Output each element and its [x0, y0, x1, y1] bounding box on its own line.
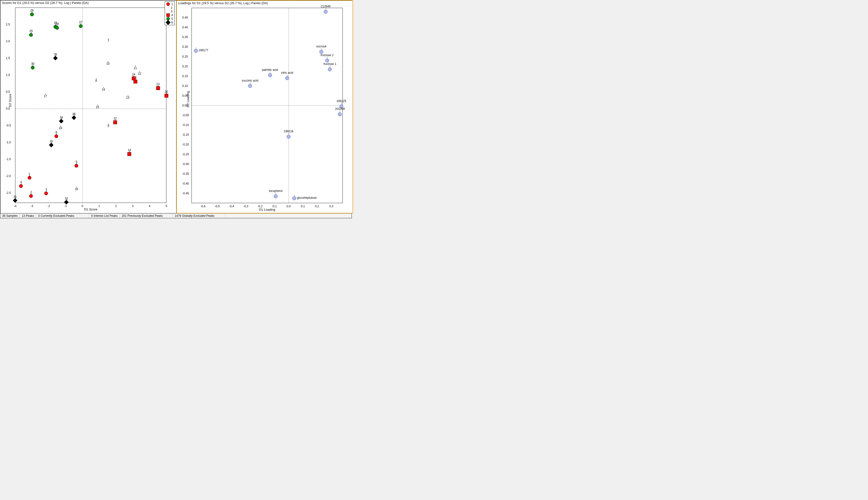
score-point-36[interactable]: 36	[72, 116, 75, 120]
score-point-33[interactable]: 33	[50, 143, 53, 147]
score-point-2[interactable]: 2	[29, 194, 33, 198]
loading-point-citric-acid[interactable]: citric acid	[285, 76, 289, 80]
loading-point-tocopherol[interactable]: tocopherol	[274, 194, 278, 198]
loading-point-fructose-2[interactable]: fructose 2	[325, 59, 329, 62]
score-point-1[interactable]: 1	[27, 176, 31, 180]
legend-item-6[interactable]: 6	[166, 21, 173, 24]
score-point-32[interactable]: 32	[65, 201, 68, 204]
legend-item-1[interactable]: 1	[166, 2, 173, 6]
score-point-4[interactable]: 4	[19, 184, 23, 188]
score-point-22[interactable]: 22	[113, 121, 117, 124]
loading-point-palmitic-acid[interactable]: palmitic acid	[268, 73, 272, 77]
score-point-20[interactable]: 20	[165, 94, 168, 98]
scores-title: Scores for D1 (29.5 %) versus D2 (26.7 %…	[0, 0, 176, 5]
score-point-6[interactable]: 6	[55, 134, 58, 138]
loading-point-glucoheptulose[interactable]: glucoheptulose	[292, 196, 296, 200]
status-bar: 36 Samples 13 Peaks 0 Currently Excluded…	[0, 213, 352, 218]
scores-ylabel: D2 Score	[8, 94, 12, 107]
score-point-23[interactable]: 23	[156, 86, 160, 90]
panels: Scores for D1 (29.5 %) versus D2 (26.7 %…	[0, 0, 352, 213]
status-prev-excl: 201 Previously Excluded Peaks	[120, 214, 173, 218]
score-point-3[interactable]: 3	[44, 192, 48, 195]
score-point-28[interactable]: 28	[55, 26, 59, 30]
loading-point-succinic-acid[interactable]: succinic acid	[248, 84, 252, 88]
score-point-35[interactable]: 35	[54, 56, 57, 59]
score-point-24[interactable]: 24	[132, 77, 136, 80]
score-point-31[interactable]: 31	[14, 199, 17, 202]
loading-point-sucrose[interactable]: sucrose	[319, 50, 323, 54]
loadings-xlabel: D1 Loading	[259, 208, 275, 212]
score-point-29[interactable]: 29	[30, 12, 34, 16]
score-point-34[interactable]: 34	[60, 120, 63, 123]
legend-item-4[interactable]: 4	[166, 13, 173, 17]
legend-item-5[interactable]: 5	[166, 17, 173, 21]
score-point-21[interactable]: 21	[133, 80, 137, 83]
status-glob-excl: 1476 Globally Excluded Peaks	[173, 214, 226, 218]
loading-point-199216[interactable]: 199216	[287, 135, 291, 139]
scores-panel[interactable]: Scores for D1 (29.5 %) versus D2 (26.7 %…	[0, 0, 176, 213]
loadings-panel[interactable]: Loadings for D1 (29.5 %) versus D2 (26.7…	[176, 0, 353, 213]
status-curr-excl: 0 Currently Excluded Peaks	[36, 214, 89, 218]
legend[interactable]: 123456	[165, 1, 175, 25]
legend-item-3[interactable]: 3	[166, 10, 173, 13]
score-point-25[interactable]: 25	[29, 33, 33, 37]
scores-xlabel: D1 Score	[84, 207, 97, 211]
loading-point-201009[interactable]: 201009	[338, 112, 342, 116]
score-point-19[interactable]: 19	[128, 152, 131, 156]
score-point-30[interactable]: 30	[31, 66, 35, 69]
legend-item-2[interactable]: 2	[166, 6, 173, 10]
score-point-5[interactable]: 5	[75, 164, 78, 168]
loadings-plot[interactable]: D2 Loading D1 Loading -0.6-0.5-0.4-0.3-0…	[191, 8, 343, 203]
score-point-27[interactable]: 27	[79, 24, 82, 28]
app-window: Scores for D1 (29.5 %) versus D2 (26.7 %…	[0, 0, 352, 218]
loading-point-212649[interactable]: 212649	[324, 10, 328, 14]
scores-plot[interactable]: D2 Score D1 Score -4-3-2-1012345-2.5-2.0…	[15, 8, 166, 203]
status-samples: 36 Samples	[0, 214, 20, 218]
status-interest: 0 Interest List Peaks	[89, 214, 120, 218]
loading-point-fructose-1[interactable]: fructose 1	[328, 67, 332, 71]
loading-point-199177[interactable]: 199177	[194, 49, 198, 53]
status-peaks: 13 Peaks	[20, 214, 36, 218]
